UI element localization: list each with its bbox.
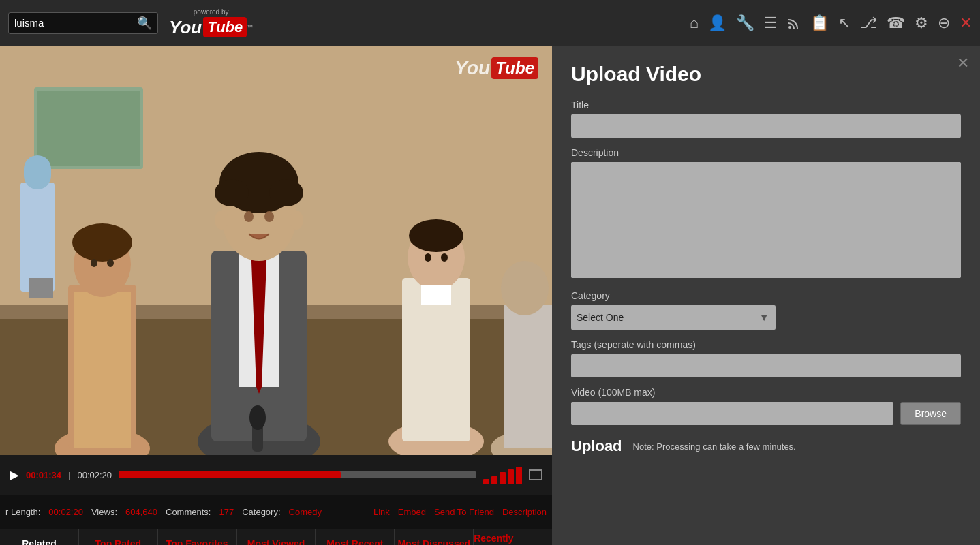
browse-button[interactable]: Browse xyxy=(900,402,961,425)
video-file-input[interactable] xyxy=(571,402,893,425)
comments-value: 177 xyxy=(219,507,234,517)
controls-bar: ▶ 00:01:34 | 00:02:20 xyxy=(0,455,552,495)
views-value: 604,640 xyxy=(125,507,157,517)
yt-you: You xyxy=(169,17,202,38)
wrench-icon[interactable]: 🔧 xyxy=(736,14,754,32)
rss-icon[interactable] xyxy=(787,16,801,30)
left-panel: You Tube ▶ 00:01:34 | 00:02:20 xyxy=(0,46,552,545)
category-select-wrapper: Select One Film & Animation Autos & Vehi… xyxy=(571,305,776,330)
svg-rect-33 xyxy=(504,305,552,448)
yt-tube-box: Tube xyxy=(203,17,247,37)
upload-note: Note: Processing can take a few minutes. xyxy=(633,441,796,452)
upload-close-button[interactable]: ✕ xyxy=(957,56,969,71)
embed-link[interactable]: Embed xyxy=(398,507,426,517)
topbar: 🔍 powered by You Tube ™ ⌂ 👤 🔧 ☰ 📋 ↖ ⎇ ☎ … xyxy=(0,0,980,46)
svg-point-29 xyxy=(425,253,431,262)
progress-bar[interactable] xyxy=(119,471,476,478)
list-icon[interactable]: ☰ xyxy=(764,14,778,32)
play-button[interactable]: ▶ xyxy=(10,467,19,482)
svg-point-0 xyxy=(788,26,791,29)
svg-point-24 xyxy=(107,259,114,267)
video-file-label: Video (100MB max) xyxy=(571,387,961,398)
category-select[interactable]: Select One Film & Animation Autos & Vehi… xyxy=(571,305,776,330)
vyt-tube: Tube xyxy=(495,59,534,77)
clipboard-icon[interactable]: 📋 xyxy=(810,14,829,32)
svg-point-22 xyxy=(72,223,132,262)
svg-point-39 xyxy=(249,405,266,430)
svg-point-17 xyxy=(290,211,303,230)
description-textarea[interactable] xyxy=(571,162,961,278)
length-label: r Length: xyxy=(5,507,40,517)
download-icon[interactable]: ⊖ xyxy=(938,14,950,32)
tab-most-discussed[interactable]: Most Discussed xyxy=(395,529,474,545)
svg-point-30 xyxy=(441,253,448,262)
svg-rect-36 xyxy=(24,155,51,189)
svg-point-28 xyxy=(409,219,463,252)
category-label: Category: xyxy=(242,507,280,517)
gear-icon[interactable]: ⚙ xyxy=(915,14,928,32)
upload-action-row: Upload Note: Processing can take a few m… xyxy=(571,437,961,455)
svg-rect-35 xyxy=(20,183,55,292)
time-total: 00:02:20 xyxy=(77,470,112,480)
tab-recently-featured[interactable]: Recently Featured xyxy=(474,529,552,545)
tab-top-rated[interactable]: Top Rated xyxy=(79,529,158,545)
tab-most-recent[interactable]: Most Recent xyxy=(316,529,395,545)
close-icon[interactable]: ✕ xyxy=(960,14,972,32)
info-bar: r Length: 00:02:20 Views: 604,640 Commen… xyxy=(0,495,552,529)
upload-button[interactable]: Upload xyxy=(571,437,622,455)
main-content: You Tube ▶ 00:01:34 | 00:02:20 xyxy=(0,46,980,545)
video-scene-svg xyxy=(0,46,552,455)
search-input[interactable] xyxy=(14,17,137,29)
vol-bar-4 xyxy=(508,469,514,484)
video-placeholder: You Tube xyxy=(0,46,552,455)
vol-bar-5 xyxy=(516,467,522,484)
send-to-friend-link[interactable]: Send To Friend xyxy=(434,507,494,517)
video-yt-overlay: You Tube xyxy=(455,57,538,79)
time-current: 00:01:34 xyxy=(26,470,61,480)
svg-point-16 xyxy=(215,211,228,230)
users-icon[interactable]: 👤 xyxy=(708,14,726,32)
bottom-tabs: Related Top Rated Top Favorites Most Vie… xyxy=(0,529,552,545)
tab-related[interactable]: Related xyxy=(0,529,79,545)
vol-bar-1 xyxy=(483,479,489,484)
vyt-tube-box: Tube xyxy=(491,57,538,79)
svg-point-34 xyxy=(501,261,549,315)
vol-bar-2 xyxy=(491,476,497,484)
svg-rect-31 xyxy=(421,285,451,305)
vol-bar-3 xyxy=(500,472,506,484)
video-upload-row: Browse xyxy=(571,402,961,425)
phone-icon[interactable]: ☎ xyxy=(887,14,905,32)
branch-icon[interactable]: ⎇ xyxy=(860,14,877,32)
svg-point-15 xyxy=(264,211,274,222)
svg-point-13 xyxy=(269,179,303,206)
topbar-icons: ⌂ 👤 🔧 ☰ 📋 ↖ ⎇ ☎ ⚙ ⊖ ✕ xyxy=(690,14,972,32)
video-area[interactable]: You Tube xyxy=(0,46,552,455)
description-label: Description xyxy=(571,147,961,158)
upload-panel: ✕ Upload Video Title Description Categor… xyxy=(552,46,980,545)
vyt-you: You xyxy=(455,57,490,79)
svg-rect-37 xyxy=(29,278,53,298)
volume-control[interactable] xyxy=(483,465,522,484)
progress-fill xyxy=(119,471,340,478)
svg-point-23 xyxy=(91,259,97,267)
tags-input[interactable] xyxy=(571,354,961,377)
powered-by-text: powered by xyxy=(194,8,229,16)
tab-most-viewed[interactable]: Most Viewed xyxy=(237,529,316,545)
category-value: Comedy xyxy=(289,507,322,517)
title-input[interactable] xyxy=(571,114,961,138)
length-value: 00:02:20 xyxy=(48,507,83,517)
tab-top-favorites[interactable]: Top Favorites xyxy=(158,529,237,545)
tags-label: Tags (seperate with commas) xyxy=(571,339,961,350)
cursor-icon[interactable]: ↖ xyxy=(838,14,851,32)
title-label: Title xyxy=(571,99,961,110)
svg-rect-5 xyxy=(37,91,140,166)
svg-rect-20 xyxy=(74,292,131,448)
link-link[interactable]: Link xyxy=(373,507,390,517)
views-label: Views: xyxy=(91,507,117,517)
fullscreen-button[interactable] xyxy=(529,469,542,480)
search-icon[interactable]: 🔍 xyxy=(137,16,152,31)
description-link[interactable]: Description xyxy=(502,507,547,517)
svg-point-14 xyxy=(244,211,254,222)
yt-tm: ™ xyxy=(247,24,253,31)
home-icon[interactable]: ⌂ xyxy=(690,14,699,32)
